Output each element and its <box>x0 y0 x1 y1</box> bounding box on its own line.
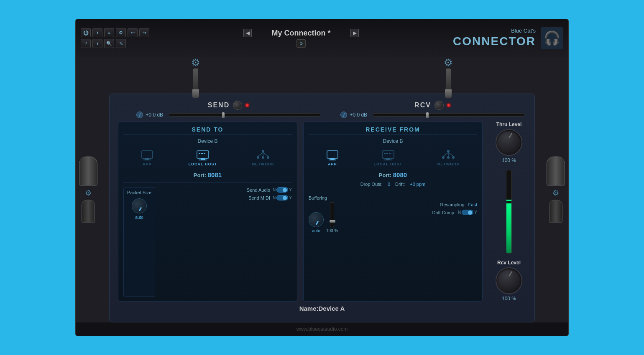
send-midi-y: Y <box>289 195 292 200</box>
rcv-plug-icon: ⚙ <box>444 57 453 68</box>
rcv-info-btn[interactable]: i <box>340 112 347 118</box>
send-device-localhost[interactable]: LOCAL HOST <box>189 150 217 166</box>
left-plug-body <box>79 157 97 186</box>
menu-button[interactable]: ≡ <box>104 28 114 37</box>
send-midi-toggle-row: Send MIDI N Y <box>158 195 292 200</box>
rcv-level-knob[interactable] <box>496 267 522 294</box>
footer-url: www.bluecataudio.com <box>296 326 348 332</box>
svg-point-12 <box>257 156 259 159</box>
buffer-slider-col: 100 % <box>326 202 338 233</box>
rcv-title-row: RCV <box>414 101 450 110</box>
undo-button[interactable]: ↩ <box>128 28 138 37</box>
rcv-device-localhost[interactable]: LOCAL HOST <box>374 150 402 166</box>
send-bottom-area: Packet Size auto Send Audio <box>123 187 292 297</box>
buffer-knob[interactable] <box>309 212 324 227</box>
svg-rect-8 <box>199 153 200 154</box>
send-fader-track[interactable] <box>169 113 320 117</box>
buffer-knob-indicator <box>316 221 319 225</box>
send-device-icons: APP LOCAL HOST <box>123 147 292 168</box>
gear-button[interactable]: ⚙ <box>116 28 126 37</box>
svg-rect-6 <box>201 158 205 160</box>
preset-nav: ◀ My Connection * ▶ <box>243 29 359 38</box>
send-device-network[interactable]: NETWORK <box>252 149 275 166</box>
rcv-device-app[interactable]: APP <box>326 150 339 166</box>
power-icon: ⏻ <box>83 30 89 36</box>
drift-comp-toggle[interactable]: N Y <box>458 210 477 215</box>
resampling-col: Resampling: Fast Drift Comp. N <box>341 202 477 215</box>
send-port-label: Port: <box>194 172 208 178</box>
svg-point-28 <box>442 156 445 159</box>
info2-button[interactable]: i <box>92 39 102 48</box>
buffer-controls: auto 100 % <box>309 202 477 233</box>
svg-rect-3 <box>145 158 149 160</box>
edit-button[interactable]: ✎ <box>116 39 126 48</box>
preset-prev-button[interactable]: ◀ <box>243 29 252 37</box>
svg-point-11 <box>262 150 264 152</box>
brand-area: Blue Cat's CONNECTOR 🎧 <box>453 27 563 49</box>
svg-point-30 <box>452 156 455 159</box>
send-audio-thumb <box>283 188 287 192</box>
send-app-label: APP <box>143 162 152 166</box>
drift-comp-n: N <box>458 210 461 215</box>
send-midi-thumb <box>283 196 287 200</box>
power-button[interactable]: ⏻ <box>81 28 91 37</box>
right-cable-icon: ⚙ <box>552 188 559 198</box>
rcv-localhost-label: LOCAL HOST <box>374 162 402 166</box>
rcv-fader-track[interactable] <box>373 113 524 117</box>
footer: www.bluecataudio.com <box>76 322 568 336</box>
help-button[interactable]: ? <box>81 39 91 48</box>
rcv-from-title: RECEIVE FROM <box>309 126 477 135</box>
svg-rect-25 <box>386 153 388 154</box>
send-db-value: +0.0 dB <box>146 112 166 118</box>
send-divider <box>123 183 292 183</box>
preset-next-button[interactable]: ▶ <box>350 29 359 37</box>
svg-rect-19 <box>330 158 335 160</box>
packet-knob[interactable] <box>132 198 147 213</box>
svg-rect-10 <box>204 153 205 154</box>
buffer-slider-track[interactable] <box>330 202 334 227</box>
rcv-db-value: +0.0 dB <box>350 112 371 118</box>
rcv-knob[interactable] <box>434 101 444 110</box>
send-fader-row: i +0.0 dB <box>136 112 320 118</box>
panels-area: SEND TO Device B APP <box>118 122 526 302</box>
dropout-value: 0 <box>388 182 390 187</box>
rcv-connector-plug: ⚙ <box>444 57 453 98</box>
drift-comp-thumb <box>468 210 472 215</box>
send-info-btn[interactable]: i <box>136 112 143 118</box>
rcv-fader-row: i +0.0 dB <box>340 112 524 118</box>
send-device-app[interactable]: APP <box>141 150 153 166</box>
thru-knob-indicator <box>509 133 513 139</box>
send-knob[interactable] <box>233 101 242 110</box>
send-audio-track[interactable] <box>276 187 288 193</box>
rcv-device-network[interactable]: NETWORK <box>437 149 460 166</box>
buffer-slider-thumb <box>330 220 335 223</box>
send-plug-tip <box>192 89 199 98</box>
left-cable-icon: ⚙ <box>85 188 92 198</box>
prev-arrow-icon: ◀ <box>246 30 250 36</box>
info-button[interactable]: i <box>92 28 102 37</box>
channels-header: SEND i +0.0 dB RCV <box>118 101 526 118</box>
level-meter-peak <box>506 200 511 201</box>
send-midi-track[interactable] <box>276 195 288 200</box>
midi-button[interactable]: ⊙ <box>296 39 306 48</box>
svg-rect-4 <box>143 160 151 160</box>
send-audio-toggle-row: Send Audio N Y <box>158 187 292 193</box>
drift-comp-track[interactable] <box>462 210 473 215</box>
meter-area <box>506 170 512 254</box>
search-button[interactable]: 🔍 <box>104 39 114 48</box>
send-audio-toggle[interactable]: N Y <box>273 187 292 193</box>
buffer-knob-section: auto <box>309 212 324 233</box>
rcv-network-icon <box>441 149 456 161</box>
svg-line-31 <box>443 152 448 156</box>
rcv-port-row: Port: 8080 <box>309 171 477 178</box>
svg-line-15 <box>258 152 263 156</box>
svg-point-27 <box>447 150 450 152</box>
rcv-device-label: Device B <box>309 138 477 144</box>
redo-button[interactable]: ↪ <box>139 28 149 37</box>
drift-comp-label: Drift Comp. <box>432 210 455 215</box>
undo-icon: ↩ <box>131 30 135 36</box>
send-midi-toggle[interactable]: N Y <box>273 195 292 200</box>
search-icon: 🔍 <box>106 41 112 46</box>
send-midi-label: Send MIDI <box>248 195 270 200</box>
thru-level-knob[interactable] <box>496 129 522 156</box>
